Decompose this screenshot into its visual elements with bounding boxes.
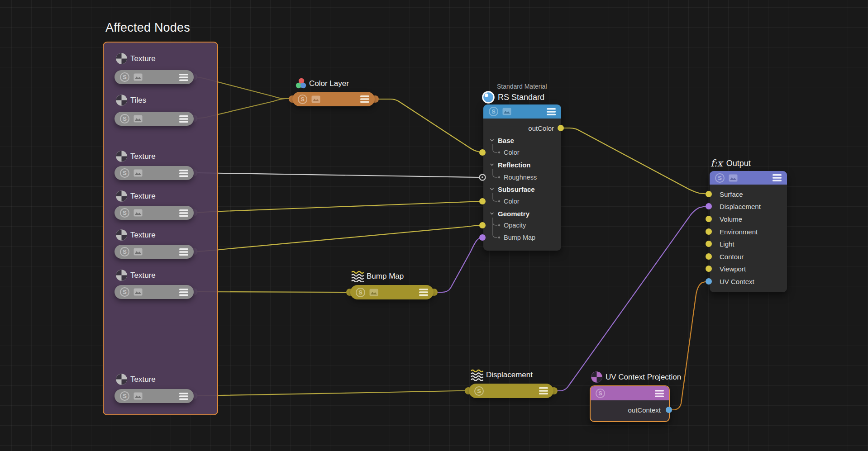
image-icon bbox=[729, 174, 738, 182]
image-icon bbox=[134, 115, 143, 123]
uv-projection-node[interactable]: S outContext bbox=[590, 385, 670, 422]
bumpmap-node[interactable]: S bbox=[350, 285, 434, 299]
chevron-down-icon[interactable] bbox=[490, 163, 494, 166]
menu-icon[interactable] bbox=[773, 174, 782, 181]
rs-node-body: outColor Base Color Reflection Roughness… bbox=[483, 119, 561, 251]
output-port-row-environment: Environment bbox=[710, 228, 787, 236]
menu-icon[interactable] bbox=[547, 108, 556, 115]
group-title: Affected Nodes bbox=[105, 21, 190, 35]
texture2-node[interactable]: S bbox=[114, 166, 194, 180]
texture4-title: Texture bbox=[115, 229, 156, 241]
s-badge-icon: S bbox=[489, 107, 498, 116]
rs-section-subsurface[interactable]: Subsurface bbox=[483, 185, 561, 193]
rs-node-header[interactable]: S bbox=[483, 104, 561, 119]
s-badge-icon: S bbox=[356, 288, 365, 297]
texture1-title: Texture bbox=[115, 52, 156, 65]
menu-icon[interactable] bbox=[179, 74, 188, 81]
projection-sphere-icon bbox=[591, 371, 603, 383]
image-icon bbox=[134, 288, 143, 296]
texture-sphere-icon bbox=[115, 190, 128, 202]
menu-icon[interactable] bbox=[179, 170, 188, 177]
menu-icon[interactable] bbox=[179, 289, 188, 296]
rs-outcolor-row: outColor bbox=[483, 124, 561, 132]
s-badge-icon: S bbox=[120, 168, 129, 178]
image-icon bbox=[311, 95, 320, 103]
image-icon bbox=[134, 73, 143, 81]
rs-title: RS Standard bbox=[482, 90, 544, 104]
output-node[interactable]: S Surface Displacement Volume Environmen… bbox=[710, 171, 787, 292]
chevron-down-icon[interactable] bbox=[490, 212, 494, 215]
output-port-row-uvcontext: UV Context bbox=[710, 278, 787, 285]
displacement-node[interactable]: S bbox=[469, 384, 553, 398]
s-badge-icon: S bbox=[120, 247, 129, 256]
menu-icon[interactable] bbox=[179, 209, 188, 217]
output-port-row-volume: Volume bbox=[710, 215, 787, 223]
waves-icon bbox=[471, 369, 483, 381]
menu-icon[interactable] bbox=[179, 393, 188, 400]
texture3-node[interactable]: S bbox=[114, 206, 194, 220]
s-badge-icon: S bbox=[715, 173, 725, 183]
node-editor-canvas[interactable]: Affected Nodes Texture S Tiles S Texture bbox=[0, 0, 868, 451]
output-port-row-surface: Surface bbox=[710, 190, 787, 198]
output-port-row-displacement: Displacement bbox=[710, 203, 787, 210]
texture6-title: Texture bbox=[115, 373, 156, 385]
rs-item-subsurface-color: Color bbox=[483, 198, 561, 205]
texture5-node[interactable]: S bbox=[114, 285, 194, 299]
waves-icon bbox=[351, 271, 364, 282]
texture3-title: Texture bbox=[115, 190, 156, 202]
colorlayer-title: Color Layer bbox=[296, 78, 349, 89]
output-title: f:x Output bbox=[711, 158, 751, 169]
material-ball-icon bbox=[482, 90, 495, 104]
image-icon bbox=[369, 289, 378, 296]
s-badge-icon: S bbox=[120, 208, 129, 218]
texture-sphere-icon bbox=[115, 52, 128, 65]
bumpmap-title: Bump Map bbox=[351, 271, 404, 282]
s-badge-icon: S bbox=[298, 95, 307, 104]
chevron-down-icon[interactable] bbox=[490, 188, 494, 191]
s-badge-icon: S bbox=[474, 386, 484, 396]
rs-item-bumpmap: Bump Map bbox=[483, 234, 561, 241]
chevron-down-icon[interactable] bbox=[490, 139, 494, 142]
texture-sphere-icon bbox=[115, 150, 128, 162]
output-node-header[interactable]: S bbox=[710, 171, 787, 185]
tiles-node[interactable]: S bbox=[114, 112, 194, 126]
menu-icon[interactable] bbox=[419, 289, 428, 296]
fx-icon: f:x bbox=[711, 158, 723, 169]
menu-icon[interactable] bbox=[655, 390, 664, 397]
texture-sphere-icon bbox=[115, 94, 128, 106]
menu-icon[interactable] bbox=[179, 115, 188, 123]
uv-projection-title: UV Context Projection bbox=[591, 371, 681, 383]
texture6-node[interactable]: S bbox=[114, 389, 194, 403]
s-badge-icon: S bbox=[120, 72, 129, 82]
tiles-title: Tiles bbox=[115, 94, 146, 106]
texture-sphere-icon bbox=[115, 269, 128, 281]
image-icon bbox=[134, 169, 143, 177]
output-port-row-viewport: Viewport bbox=[710, 265, 787, 273]
s-badge-icon: S bbox=[120, 114, 129, 123]
s-badge-icon: S bbox=[120, 391, 129, 401]
rs-section-geometry[interactable]: Geometry bbox=[483, 210, 561, 218]
image-icon bbox=[502, 108, 511, 115]
menu-icon[interactable] bbox=[360, 95, 369, 103]
texture4-node[interactable]: S bbox=[114, 245, 194, 259]
texture-sphere-icon bbox=[115, 373, 128, 385]
rs-item-opacity: Opacity bbox=[483, 222, 561, 229]
rs-supertitle: Standard Material bbox=[497, 83, 547, 90]
image-icon bbox=[134, 248, 143, 256]
image-icon bbox=[134, 209, 143, 217]
uv-projection-header[interactable]: S bbox=[591, 386, 669, 400]
output-node-body: Surface Displacement Volume Environment … bbox=[710, 185, 787, 292]
menu-icon[interactable] bbox=[539, 387, 548, 394]
rs-section-base[interactable]: Base bbox=[483, 137, 561, 144]
texture-sphere-icon bbox=[115, 229, 128, 241]
rs-section-reflection[interactable]: Reflection bbox=[483, 161, 561, 169]
rs-standard-node[interactable]: S outColor Base Color Reflection Roughne… bbox=[483, 104, 561, 251]
rs-item-base-color: Color bbox=[483, 149, 561, 156]
texture5-title: Texture bbox=[115, 269, 156, 281]
menu-icon[interactable] bbox=[179, 248, 188, 256]
rgb-layers-icon bbox=[296, 78, 306, 89]
colorlayer-node[interactable]: S bbox=[292, 92, 375, 106]
uv-outcontext-row: outContext bbox=[591, 406, 669, 414]
texture1-node[interactable]: S bbox=[114, 70, 194, 84]
output-port-row-contour: Contour bbox=[710, 253, 787, 261]
